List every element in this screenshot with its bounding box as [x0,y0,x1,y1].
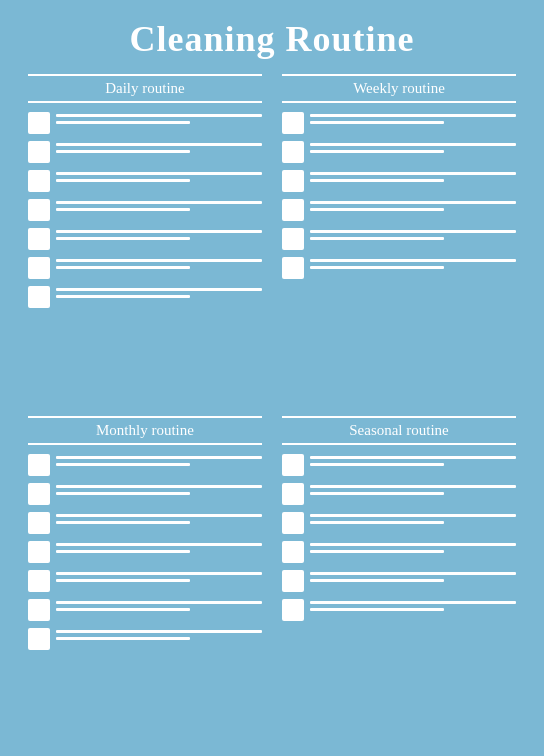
list-item[interactable] [282,111,516,134]
divider-sub-seasonal [282,443,516,445]
checkbox[interactable] [282,570,304,592]
checkbox[interactable] [28,454,50,476]
list-item[interactable] [28,482,262,505]
line [56,179,190,182]
line [56,237,190,240]
list-item[interactable] [282,598,516,621]
line [310,172,516,175]
line [56,550,190,553]
checkbox[interactable] [28,112,50,134]
line [56,608,190,611]
line [310,237,444,240]
checkbox[interactable] [282,512,304,534]
checkbox[interactable] [28,228,50,250]
section-daily: Daily routine [28,74,262,398]
checkbox[interactable] [28,286,50,308]
items-list-seasonal [282,453,516,740]
list-item[interactable] [28,453,262,476]
divider-top-monthly [28,416,262,418]
checkbox[interactable] [282,454,304,476]
checkbox[interactable] [282,228,304,250]
list-item[interactable] [282,140,516,163]
list-item[interactable] [28,627,262,650]
checkbox[interactable] [282,170,304,192]
line [56,572,262,575]
line [310,463,444,466]
checkbox[interactable] [282,257,304,279]
list-item[interactable] [28,511,262,534]
line [56,601,262,604]
line [56,230,262,233]
checkbox[interactable] [282,141,304,163]
section-weekly: Weekly routine [282,74,516,398]
checkbox[interactable] [28,199,50,221]
checkbox[interactable] [28,483,50,505]
section-title-monthly: Monthly routine [28,422,262,439]
divider-sub-daily [28,101,262,103]
line [56,295,190,298]
checkbox[interactable] [28,141,50,163]
list-item[interactable] [28,198,262,221]
list-item[interactable] [282,198,516,221]
list-item[interactable] [282,227,516,250]
list-item[interactable] [282,540,516,563]
line [310,201,516,204]
list-item[interactable] [28,140,262,163]
line [310,143,516,146]
list-item[interactable] [28,285,262,308]
line [56,121,190,124]
list-item[interactable] [28,227,262,250]
divider-sub-monthly [28,443,262,445]
list-item[interactable] [282,453,516,476]
line [310,121,444,124]
checkbox[interactable] [282,483,304,505]
list-item[interactable] [282,256,516,279]
page-title: Cleaning Routine [28,18,516,60]
line [310,150,444,153]
list-item[interactable] [282,169,516,192]
list-item[interactable] [28,598,262,621]
list-item[interactable] [282,511,516,534]
line [310,485,516,488]
list-item[interactable] [28,111,262,134]
list-item[interactable] [28,540,262,563]
checkbox[interactable] [28,257,50,279]
line [56,266,190,269]
checkbox[interactable] [28,570,50,592]
list-item[interactable] [282,482,516,505]
checkbox[interactable] [28,628,50,650]
line [310,208,444,211]
line [56,114,262,117]
checkbox[interactable] [282,199,304,221]
list-item[interactable] [28,256,262,279]
list-item[interactable] [282,569,516,592]
divider-top-daily [28,74,262,76]
line [310,543,516,546]
checkbox[interactable] [28,541,50,563]
page: Cleaning Routine Daily routine [0,0,544,756]
section-title-weekly: Weekly routine [282,80,516,97]
checkbox[interactable] [28,599,50,621]
checkbox[interactable] [28,512,50,534]
checkbox[interactable] [282,599,304,621]
line [56,543,262,546]
line [310,521,444,524]
line [310,550,444,553]
checkbox[interactable] [282,112,304,134]
section-title-daily: Daily routine [28,80,262,97]
divider-top-seasonal [282,416,516,418]
line [56,492,190,495]
line [56,150,190,153]
checkbox[interactable] [28,170,50,192]
divider-sub-weekly [282,101,516,103]
list-item[interactable] [28,169,262,192]
line [56,637,190,640]
list-item[interactable] [28,569,262,592]
line [56,172,262,175]
divider-top-weekly [282,74,516,76]
checkbox[interactable] [282,541,304,563]
line [56,463,190,466]
line [310,179,444,182]
items-list-daily [28,111,262,398]
line [56,630,262,633]
